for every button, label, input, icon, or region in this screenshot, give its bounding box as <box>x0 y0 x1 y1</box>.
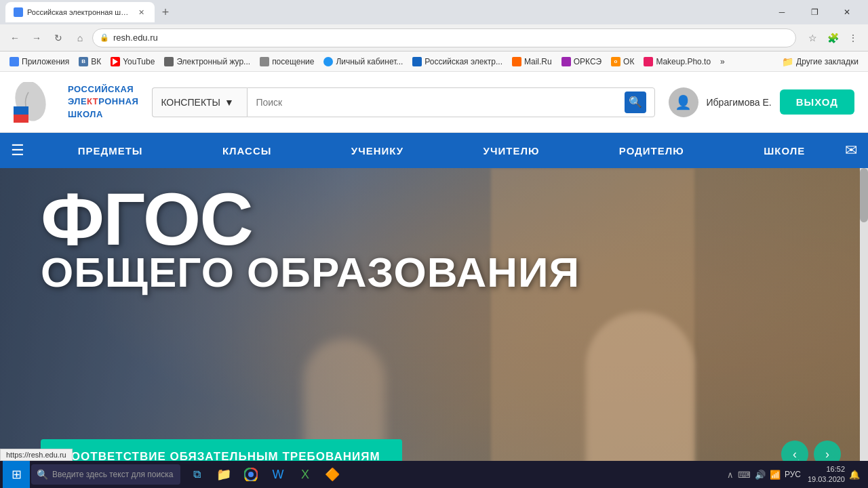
bookmark-youtube[interactable]: YouTube <box>106 56 159 68</box>
bookmark-apps[interactable]: Приложения <box>5 56 73 68</box>
bookmark-cabinet-label: Личный кабинет... <box>336 57 403 66</box>
hamburger-menu[interactable]: ☰ <box>11 142 24 159</box>
nav-item-classes[interactable]: КЛАССЫ <box>212 140 283 162</box>
back-button[interactable]: ← <box>5 28 24 47</box>
bookmark-journal[interactable]: Электронный жур... <box>160 56 254 68</box>
logo-text: РОССИЙСКАЯ ЭЛЕКТРОННАЯ ШКОЛА <box>68 83 138 121</box>
nav-item-parent[interactable]: РОДИТЕЛЮ <box>608 140 695 162</box>
nav-bar: ← → ↻ ⌂ 🔒 resh.edu.ru ☆ 🧩 ⋮ <box>0 24 868 52</box>
site-logo: РОССИЙСКАЯ ЭЛЕКТРОННАЯ ШКОЛА <box>14 82 138 123</box>
bookmark-makeup[interactable]: Makeup.Pho.to <box>639 56 715 68</box>
bookmark-youtube-label: YouTube <box>123 57 155 66</box>
hero-text: ФГОС ОБЩЕГО ОБРАЗОВАНИЯ <box>41 182 580 296</box>
logo-line3: ШКОЛА <box>68 108 138 121</box>
mail-nav-icon[interactable]: ✉ <box>845 142 857 159</box>
bookmark-apps-label: Приложения <box>22 57 69 66</box>
nav-actions: ☆ 🧩 ⋮ <box>803 28 863 47</box>
bookmark-cabinet[interactable]: Личный кабинет... <box>319 56 407 68</box>
logo-line1: РОССИЙСКАЯ <box>68 83 138 96</box>
bookmark-orkse-label: ОРКСЭ <box>574 57 601 66</box>
ok-icon: о <box>611 57 620 66</box>
bookmark-ok[interactable]: о ОК <box>607 56 638 68</box>
chrome-button[interactable] <box>239 462 263 487</box>
username: Ибрагимова Е. <box>707 97 772 108</box>
bookmarks-bar: Приложения В ВК YouTube Электронный жур.… <box>0 52 868 72</box>
search-input-wrap: 🔍 <box>247 87 654 117</box>
taskbar-system: ∧ ⌨ 🔊 📶 РУС 16:52 19.03.2020 🔔 <box>727 464 865 485</box>
search-filter-dropdown[interactable]: КОНСПЕКТЫ ▼ <box>152 87 247 117</box>
maximize-button[interactable]: ❐ <box>799 0 830 24</box>
nav-item-teacher[interactable]: УЧИТЕЛЮ <box>473 140 551 162</box>
search-input[interactable] <box>256 97 618 108</box>
bookmark-visit-label: посещение <box>272 57 314 66</box>
active-tab[interactable]: Российская электронная школа ✕ <box>5 2 155 22</box>
chevron-up-icon[interactable]: ∧ <box>727 470 734 480</box>
keyboard-icon: ⌨ <box>738 470 751 480</box>
svg-point-2 <box>248 472 254 477</box>
minimize-button[interactable]: ─ <box>766 0 797 24</box>
title-bar: Российская электронная школа ✕ + ─ ❐ ✕ <box>0 0 868 24</box>
tab-close-button[interactable]: ✕ <box>136 7 146 18</box>
vk-icon: В <box>79 57 88 66</box>
new-tab-button[interactable]: + <box>156 3 175 22</box>
site-header: РОССИЙСКАЯ ЭЛЕКТРОННАЯ ШКОЛА КОНСПЕКТЫ ▼… <box>0 72 868 133</box>
language-indicator[interactable]: РУС <box>785 470 801 479</box>
time-display: 16:52 <box>808 464 845 474</box>
bookmark-visit[interactable]: посещение <box>256 56 318 68</box>
search-filter-label: КОНСПЕКТЫ <box>161 97 220 108</box>
scroll-thumb[interactable] <box>860 168 868 222</box>
nav-item-subjects[interactable]: ПРЕДМЕТЫ <box>67 140 154 162</box>
forward-button[interactable]: → <box>27 28 46 47</box>
avatar: 👤 <box>669 87 698 117</box>
nav-item-student[interactable]: УЧЕНИКУ <box>340 140 414 162</box>
taskbar-search[interactable]: 🔍 Введите здесь текст для поиска <box>31 464 180 485</box>
bookmark-orkse[interactable]: ОРКСЭ <box>557 56 606 68</box>
website-content: РОССИЙСКАЯ ЭЛЕКТРОННАЯ ШКОЛА КОНСПЕКТЫ ▼… <box>0 72 868 488</box>
notification-icon[interactable]: 🔔 <box>849 470 860 480</box>
avatar-icon: 👤 <box>675 94 692 110</box>
speaker-icon[interactable]: 🔊 <box>755 470 766 480</box>
logo-flag-blue <box>14 106 28 115</box>
file-explorer-button[interactable]: 📁 <box>212 462 236 487</box>
start-button[interactable]: ⊞ <box>3 461 30 488</box>
nav-items: ПРЕДМЕТЫ КЛАССЫ УЧЕНИКУ УЧИТЕЛЮ РОДИТЕЛЮ… <box>38 140 845 162</box>
window-controls: ─ ❐ ✕ <box>766 0 863 24</box>
reload-button[interactable]: ↻ <box>49 28 68 47</box>
menu-button[interactable]: ⋮ <box>844 28 863 47</box>
bookmark-vk-label: ВК <box>91 57 101 66</box>
network-icon[interactable]: 📶 <box>770 470 781 480</box>
bookmark-journal-label: Электронный жур... <box>176 57 250 66</box>
extra-app-button[interactable]: 🔶 <box>320 462 344 487</box>
tab-favicon <box>14 7 23 17</box>
scrollbar[interactable] <box>860 168 868 488</box>
bookmark-mail[interactable]: Mail.Ru <box>508 56 556 68</box>
orkse-icon <box>561 57 571 66</box>
taskview-button[interactable]: ⧉ <box>184 462 209 487</box>
bookmark-makeup-label: Makeup.Pho.to <box>656 57 711 66</box>
resh-icon <box>412 57 422 66</box>
nav-item-school[interactable]: ШКОЛЕ <box>753 140 816 162</box>
word-button[interactable]: W <box>266 462 290 487</box>
lock-icon: 🔒 <box>100 33 109 42</box>
bookmark-button[interactable]: ☆ <box>803 28 822 47</box>
bookmark-mail-label: Mail.Ru <box>524 57 552 66</box>
close-button[interactable]: ✕ <box>831 0 863 24</box>
excel-button[interactable]: X <box>293 462 317 487</box>
browser-chrome: Российская электронная школа ✕ + ─ ❐ ✕ ←… <box>0 0 868 72</box>
search-button[interactable]: 🔍 <box>625 92 646 113</box>
more-bookmarks-label: » <box>720 57 725 66</box>
other-bookmarks[interactable]: 📁 Другие закладки <box>778 55 863 68</box>
logo-icon <box>14 82 61 123</box>
search-magnifier-icon: 🔍 <box>629 96 642 108</box>
journal-icon <box>164 57 174 66</box>
other-bookmarks-label: Другие закладки <box>796 57 859 66</box>
more-bookmarks-btn[interactable]: » <box>716 56 729 68</box>
system-clock: 16:52 19.03.2020 <box>808 464 845 485</box>
youtube-icon <box>111 57 120 66</box>
extensions-button[interactable]: 🧩 <box>823 28 842 47</box>
bookmark-vk[interactable]: В ВК <box>75 56 105 68</box>
address-bar[interactable]: 🔒 resh.edu.ru <box>92 28 796 47</box>
home-button[interactable]: ⌂ <box>71 28 90 47</box>
bookmark-resh[interactable]: Российская электр... <box>408 56 507 68</box>
logout-button[interactable]: ВЫХОД <box>780 89 854 115</box>
